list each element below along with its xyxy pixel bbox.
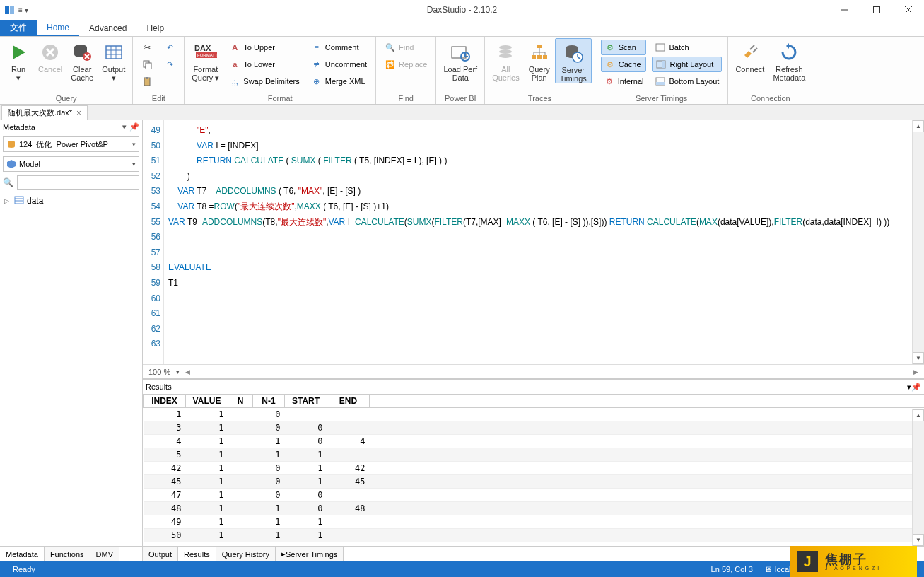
- maximize-button[interactable]: [860, 0, 892, 20]
- internal-toggle[interactable]: ⚙Internal: [601, 74, 647, 89]
- batch-toggle[interactable]: Batch: [652, 40, 722, 55]
- redo-icon: ↷: [164, 59, 175, 70]
- db-clock-icon: [562, 42, 585, 64]
- tab-functions[interactable]: Functions: [45, 547, 90, 561]
- tree-item-data[interactable]: ▷ data: [4, 194, 138, 208]
- comment-icon: ≡: [311, 42, 322, 53]
- gear-green-icon: ⚙: [604, 42, 616, 53]
- scroll-down-icon[interactable]: ▼: [913, 352, 924, 364]
- pin-icon[interactable]: 📌: [129, 122, 139, 132]
- redo-button[interactable]: ↷: [161, 57, 178, 72]
- dax-formatter-icon: DAXFORMATTER: [194, 41, 217, 64]
- ribbon-group-edit: Edit: [136, 93, 181, 104]
- model-combo[interactable]: Model ▾: [3, 156, 139, 172]
- format-query-button[interactable]: DAXFORMATTERFormat Query ▾: [187, 38, 223, 82]
- tab-query-history[interactable]: Query History: [216, 547, 276, 561]
- connect-button[interactable]: Connect: [731, 38, 768, 74]
- results-scrollbar[interactable]: ▲ ▼: [912, 409, 924, 546]
- swap-delimiters-button[interactable]: ,;,Swap Delimiters: [226, 74, 302, 89]
- scroll-down-icon[interactable]: ▼: [913, 534, 924, 546]
- svg-rect-35: [537, 55, 542, 59]
- line-gutter: 495051525354555657585960616263: [143, 120, 164, 364]
- svg-text:DAX: DAX: [194, 44, 211, 52]
- play-icon: [7, 41, 30, 64]
- tab-results[interactable]: Results: [178, 547, 216, 561]
- svg-rect-22: [146, 77, 148, 79]
- gear-orange-icon: ⚙: [604, 59, 616, 70]
- gear-red-icon: ⚙: [604, 76, 615, 87]
- merge-xml-button[interactable]: ⊕Merge XML: [308, 74, 370, 89]
- right-layout-toggle[interactable]: Right Layout: [652, 57, 722, 72]
- scan-toggle[interactable]: ⚙Scan: [601, 40, 647, 55]
- left-bottom-tabs: Metadata Functions DMV: [0, 546, 142, 561]
- metadata-search-input[interactable]: [17, 175, 139, 190]
- refresh-metadata-button[interactable]: Refresh Metadata: [768, 38, 809, 82]
- scroll-up-icon[interactable]: ▲: [913, 120, 924, 132]
- minimize-button[interactable]: [829, 0, 860, 20]
- tree-item-label: data: [27, 196, 43, 206]
- code-area[interactable]: "E", VAR I = [INDEX] RETURN CALCULATE ( …: [164, 120, 924, 364]
- replace-button[interactable]: 🔁Replace: [382, 57, 430, 72]
- run-button[interactable]: Run▾: [3, 38, 34, 82]
- uncomment-button[interactable]: ≢Uncomment: [308, 57, 370, 72]
- output-button[interactable]: Output▾: [98, 38, 129, 82]
- editor-scrollbar[interactable]: ▲ ▼: [912, 120, 924, 364]
- load-perf-data-button[interactable]: Load Perf Data: [439, 38, 481, 82]
- scroll-up-icon[interactable]: ▲: [913, 409, 924, 421]
- svg-rect-56: [15, 197, 23, 204]
- quick-access-dropdown[interactable]: ≡ ▾: [18, 6, 28, 14]
- zoom-dropdown-icon[interactable]: ▾: [176, 368, 180, 375]
- tab-server-timings[interactable]: ▸ Server Timings: [276, 547, 344, 561]
- menu-home[interactable]: Home: [37, 20, 79, 36]
- svg-text:FORMATTER: FORMATTER: [197, 53, 217, 57]
- close-tab-icon[interactable]: ×: [76, 109, 81, 117]
- document-tab-label: 随机最大次数.dax*: [8, 107, 72, 118]
- comment-button[interactable]: ≡Comment: [308, 40, 370, 55]
- code-editor[interactable]: 495051525354555657585960616263 "E", VAR …: [143, 120, 924, 379]
- clear-cache-button[interactable]: Clear Cache: [66, 38, 98, 82]
- to-upper-button[interactable]: ATo Upper: [226, 40, 302, 55]
- menu-advanced[interactable]: Advanced: [79, 20, 136, 36]
- server-timings-button[interactable]: Server Timings: [555, 38, 592, 83]
- query-plan-button[interactable]: Query Plan: [524, 38, 555, 82]
- svg-rect-34: [532, 55, 536, 59]
- cube-icon: [6, 159, 16, 169]
- copy-button[interactable]: [139, 57, 156, 72]
- document-tab[interactable]: 随机最大次数.dax* ×: [1, 105, 88, 120]
- menu-help[interactable]: Help: [136, 20, 174, 36]
- tab-output[interactable]: Output: [143, 547, 178, 561]
- tree-expand-icon[interactable]: ▷: [4, 197, 11, 204]
- pin-icon[interactable]: 📌: [911, 383, 921, 392]
- swap-icon: ,;,: [229, 76, 240, 87]
- cancel-button[interactable]: Cancel: [34, 38, 66, 74]
- watermark: J 焦棚子 J I A O P E N G Z I: [790, 546, 917, 577]
- scroll-right-icon[interactable]: ▶: [913, 368, 918, 375]
- paste-button[interactable]: [139, 74, 156, 89]
- letter-a-lower-icon: a: [229, 59, 240, 70]
- scroll-left-icon[interactable]: ◀: [185, 368, 190, 375]
- cache-toggle[interactable]: ⚙Cache: [601, 57, 647, 72]
- results-panel-title: Results: [146, 383, 172, 391]
- all-queries-button[interactable]: All Queries: [488, 38, 524, 82]
- bottom-layout-toggle[interactable]: Bottom Layout: [652, 74, 722, 89]
- cancel-icon: [39, 41, 62, 64]
- app-icon: [4, 4, 16, 16]
- db-stack-icon: [494, 41, 517, 64]
- tab-metadata[interactable]: Metadata: [0, 547, 45, 561]
- tab-dmv[interactable]: DMV: [90, 547, 119, 561]
- zoom-level[interactable]: 100 %: [148, 368, 170, 376]
- metadata-panel-title: Metadata: [3, 123, 35, 132]
- scissors-icon: ✂: [141, 42, 153, 53]
- menu-file[interactable]: 文件: [0, 20, 37, 36]
- undo-button[interactable]: ↶: [161, 40, 178, 55]
- ribbon-group-connection: Connection: [731, 93, 809, 104]
- to-lower-button[interactable]: aTo Lower: [226, 57, 302, 72]
- cut-button[interactable]: ✂: [139, 40, 156, 55]
- close-button[interactable]: [892, 0, 924, 20]
- find-button[interactable]: 🔍Find: [382, 40, 430, 55]
- database-combo[interactable]: 124_优化_Power Pivot&P ▾: [3, 136, 139, 152]
- panel-dropdown-icon[interactable]: ▾: [119, 122, 129, 132]
- database-icon: [6, 139, 16, 149]
- metadata-tree[interactable]: ▷ data: [0, 191, 142, 546]
- results-grid[interactable]: INDEXVALUENN-1STARTEND110310041104511142…: [143, 394, 924, 546]
